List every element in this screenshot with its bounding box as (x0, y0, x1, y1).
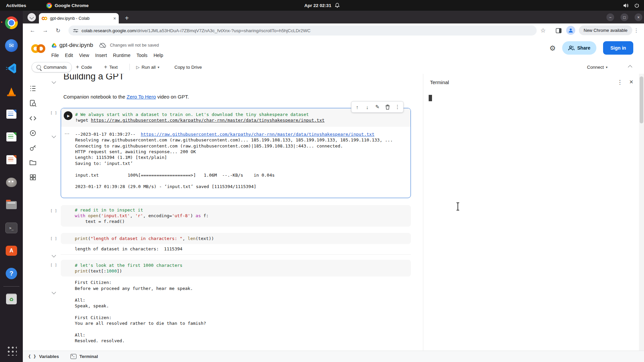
dock-item-libreoffice-impress[interactable] (0, 150, 23, 169)
sign-in-label: Sign in (610, 45, 626, 51)
dock-item-files[interactable] (0, 196, 23, 215)
ubuntu-software-icon: A (6, 246, 17, 256)
menu-view[interactable]: View (76, 52, 92, 59)
reload-button[interactable]: ↻ (54, 26, 62, 35)
side-panel-icon[interactable] (554, 26, 563, 35)
menu-file[interactable]: File (48, 52, 62, 59)
secrets-key-icon[interactable] (29, 144, 37, 152)
code-cell-length[interactable]: print("length of dataset in characters: … (61, 233, 411, 255)
menu-tools[interactable]: Tools (133, 52, 151, 59)
dock-item-vlc[interactable] (0, 82, 23, 101)
back-button[interactable]: ← (28, 26, 37, 35)
chrome-update-chip[interactable]: New Chrome available (579, 25, 632, 35)
dock-item-libreoffice-writer[interactable] (0, 105, 23, 123)
dock-item-thunderbird[interactable]: ✉ (0, 36, 23, 55)
dock-item-help[interactable]: ? (0, 264, 23, 283)
heading-collapse-chevron[interactable] (52, 78, 55, 84)
dock-item-google-chrome[interactable] (0, 13, 23, 32)
find-replace-icon[interactable] (29, 100, 37, 107)
cell-output: First Citizen:Before we proceed any furt… (61, 277, 411, 344)
scrollbar-thumb[interactable] (640, 76, 643, 123)
terminal-button[interactable]: Terminal (70, 354, 98, 359)
dock-item-libreoffice-calc[interactable] (0, 127, 23, 146)
tab-close-icon[interactable]: × (113, 16, 116, 21)
terminal-menu-kebab-icon[interactable]: ⋮ (616, 79, 624, 86)
output-menu-icon[interactable]: ⋯ (64, 131, 70, 137)
caret-down-icon: ▾ (606, 65, 607, 69)
caret-down-icon[interactable]: ▾ (158, 65, 159, 69)
dock-item-terminal[interactable]: >_ (0, 219, 23, 237)
clock-button[interactable]: Apr 22 02:31 (0, 3, 644, 8)
output-collapse-chevron[interactable] (52, 289, 55, 295)
power-icon (634, 3, 639, 8)
tab-search-button[interactable] (28, 13, 36, 21)
system-tray[interactable] (623, 0, 639, 11)
code-cell-read[interactable]: # read it in to inspect itwith open('inp… (61, 205, 411, 227)
forward-button[interactable]: → (41, 26, 50, 35)
command-palette-icon[interactable] (29, 129, 37, 137)
browser-tab[interactable]: gpt-dev.ipynb - Colab × (39, 13, 119, 23)
connect-button[interactable]: Connect ▾ (587, 61, 607, 73)
sign-in-button[interactable]: Sign in (603, 41, 633, 55)
run-cell-button[interactable]: ▶ (64, 111, 72, 120)
window-close-button[interactable]: × (635, 13, 642, 21)
execution-indicator[interactable]: [ ] (50, 111, 57, 115)
code-cell-wget[interactable]: ▶ # We always start with a dataset to tr… (61, 108, 411, 198)
edit-cell-icon[interactable]: ✎ (372, 102, 382, 112)
files-folder-icon[interactable] (29, 159, 37, 166)
code-snippets-icon[interactable] (29, 115, 37, 122)
dock-item-gimp[interactable] (0, 173, 23, 192)
add-code-button[interactable]: + Code (76, 61, 92, 73)
menu-edit[interactable]: Edit (62, 52, 76, 59)
move-cell-up-icon[interactable]: ↑ (352, 102, 362, 112)
browser-menu-kebab-icon[interactable]: ⋮ (632, 26, 641, 35)
terminal-close-icon[interactable]: × (627, 78, 635, 86)
add-text-button[interactable]: + Text (104, 61, 118, 73)
code-editor[interactable]: # let's look at the first 1000 character… (61, 260, 411, 277)
dock-item-trash[interactable]: ♻ (0, 290, 23, 308)
table-of-contents-icon[interactable] (29, 85, 37, 92)
window-minimize-button[interactable]: − (606, 13, 614, 21)
output-collapse-chevron[interactable] (52, 133, 55, 139)
url-path: /drive/1JMLa53HDuA-i7ZBmqV7ZnA3c_fvtXnx-… (136, 28, 311, 33)
variables-button[interactable]: { } Variables (28, 354, 59, 359)
page-scrollbar[interactable] (639, 74, 644, 351)
delete-cell-icon[interactable] (382, 102, 392, 112)
settings-gear-icon[interactable]: ⚙ (549, 44, 556, 52)
collapse-header-button[interactable] (629, 61, 632, 73)
terminal-screen[interactable] (423, 91, 639, 351)
dock-item-app-grid[interactable] (0, 341, 23, 360)
run-all-button[interactable]: ▷ Run all ▾ (136, 61, 159, 73)
run-icon: ▷ (136, 65, 140, 70)
new-tab-button[interactable]: + (122, 13, 131, 23)
execution-indicator[interactable]: [ ] (50, 236, 57, 241)
execution-indicator[interactable]: [ ] (50, 208, 57, 213)
code-editor[interactable]: # read it in to inspect itwith open('inp… (61, 205, 411, 227)
output-collapse-chevron[interactable] (52, 252, 55, 258)
help-icon: ? (6, 268, 17, 279)
notebook-scroll-area[interactable]: [ ] [ ] [ ] [ ] Building a GPT Companion… (43, 74, 413, 349)
copy-to-drive-button[interactable]: Copy to Drive (174, 61, 202, 73)
terminal-icon (70, 354, 76, 359)
address-bar[interactable]: colab.research.google.com/drive/1JMLa53H… (68, 25, 537, 36)
share-button[interactable]: Share (562, 41, 596, 55)
menu-runtime[interactable]: Runtime (110, 52, 133, 59)
grid-view-icon[interactable] (29, 174, 37, 181)
more-actions-kebab-icon[interactable]: ⋮ (392, 102, 402, 112)
bookmark-star-icon[interactable]: ☆ (539, 26, 547, 35)
running-indicator (1, 21, 2, 23)
code-editor[interactable]: print("length of dataset in characters: … (61, 233, 411, 244)
commands-button[interactable]: Commands (32, 62, 72, 72)
code-cell-first-1000[interactable]: # let's look at the first 1000 character… (61, 260, 411, 344)
execution-indicator[interactable]: [ ] (50, 263, 57, 267)
window-maximize-button[interactable]: □ (621, 13, 628, 21)
menu-help[interactable]: Help (151, 52, 166, 59)
dock-item-vscode[interactable] (0, 59, 23, 78)
notebook-title[interactable]: gpt-dev.ipynb (59, 42, 93, 49)
gimp-icon (6, 178, 17, 187)
dock-item-ubuntu-software[interactable]: A (0, 241, 23, 260)
menu-insert[interactable]: Insert (92, 52, 110, 59)
zero-to-hero-link[interactable]: Zero To Hero (126, 94, 156, 100)
move-cell-down-icon[interactable]: ↓ (362, 102, 372, 112)
profile-avatar[interactable] (566, 26, 575, 35)
